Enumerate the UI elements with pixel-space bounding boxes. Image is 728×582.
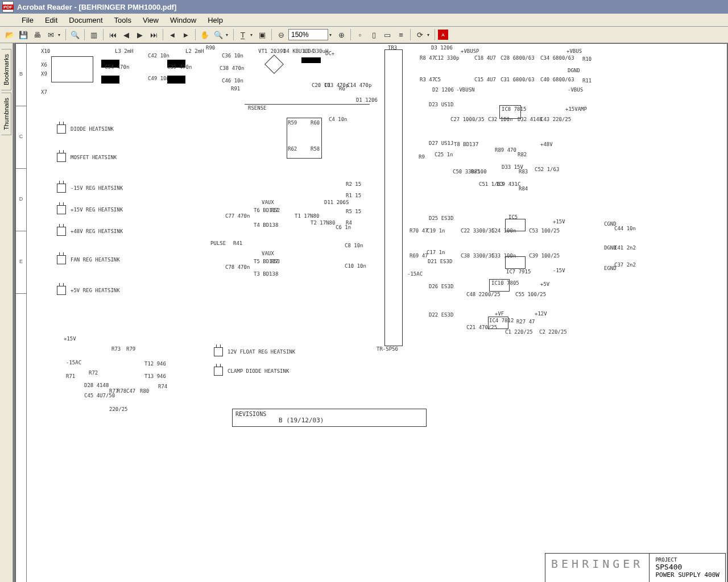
find-icon[interactable]: 🔍 [69,28,81,41]
show-nav-icon[interactable]: ▥ [88,28,100,41]
lbl-r91: R91 [231,86,240,92]
lbl-d2: D2 1206 [432,87,454,93]
lbl-r2: R2 15 [346,181,361,187]
zoom-tool-icon[interactable]: 🔍 [212,28,225,41]
mail-icon[interactable]: ✉ [44,28,57,41]
heatsink-fan: FAN REG HEATSINK [57,255,120,264]
brand-logo: BEHRINGER [545,554,649,582]
lbl-vbusn: -VBUSN [456,87,475,93]
lbl-r62: R62 [288,146,297,152]
text-select-icon[interactable]: T̲ [237,28,249,41]
lbl-vaux2: VAUX [262,251,274,256]
ruler-tick: D [16,169,26,231]
title-block: BEHRINGER PROJECT SPS400 POWER SUPPLY 40… [545,553,726,582]
tab-thumbnails[interactable]: Thumbnails [1,93,11,135]
toolbar: 📂 💾 🖶 ✉ ▾ 🔍 ▥ ⏮ ◀ ▶ ⏭ ◄ ► ✋ 🔍 ▾ T̲ ▾ ▣ ⊖… [0,27,728,43]
separator [410,29,411,40]
rotate-icon[interactable]: ⟳ [413,28,426,41]
lbl-c31: C31 6800/63 [500,77,535,82]
zoom-out-icon[interactable]: ⊖ [275,28,287,41]
menu-tools[interactable]: Tools [109,15,137,26]
lbl-m15ac: -15AC [407,271,423,277]
menu-document[interactable]: Document [63,15,108,26]
heatsink-clampdiode: CLAMP DIODE HEATSINK [214,367,289,376]
lbl-t4: T4 BD138 [254,222,278,228]
separator [84,29,85,40]
ruler-tick: E [16,231,26,294]
tab-bookmarks[interactable]: Bookmarks [1,49,11,90]
snapshot-icon[interactable]: ▣ [256,28,268,41]
menu-window[interactable]: Window [164,15,202,26]
menu-file[interactable]: File [16,15,39,26]
hand-tool-icon[interactable]: ✋ [198,28,211,41]
lbl-d21: D21 ES3D [428,259,452,264]
dd-1-icon[interactable]: ▾ [58,32,63,38]
lbl-r73: R73 [111,346,121,352]
lbl-v15n: -15V [553,268,565,273]
lbl-d1: D1 1206 [356,97,378,103]
back-icon[interactable]: ◄ [166,28,179,41]
lbl-r70: R70 47 [410,228,428,234]
last-page-icon[interactable]: ⏭ [147,28,160,41]
menu-help[interactable]: Help [202,15,229,26]
menu-view[interactable]: View [137,15,164,26]
side-tabs: Bookmarks Thumbnails [0,43,13,582]
separator [103,29,104,40]
lbl-pulse: PULSE [210,240,226,246]
actual-size-icon[interactable]: ▫ [354,28,366,41]
print-icon[interactable]: 🖶 [31,28,43,41]
next-page-icon[interactable]: ▶ [134,28,146,41]
dd-3-icon[interactable]: ▾ [250,32,255,38]
lbl-l1: L1 330uH [304,48,328,54]
fit-page-icon[interactable]: ▯ [367,28,380,41]
heatsink-m15: -15V REG HEATSINK [57,184,123,193]
lbl-r5: R5 15 [346,209,361,214]
ruler-tick: B [16,44,26,106]
lbl-r71: R71 [66,373,75,379]
reflow-icon[interactable]: ≡ [395,28,407,41]
dd-4-icon[interactable]: ▾ [427,32,432,38]
title-bar: PDF Acrobat Reader - [BEHRINGER PMH1000.… [0,0,728,14]
lbl-d25: D25 ES3D [429,215,453,221]
lbl-r60: R60 [311,120,320,126]
separator [195,29,196,40]
lbl-rsense: RSENSE [248,105,267,111]
forward-icon[interactable]: ► [180,28,192,41]
document-viewport[interactable]: B C D E X10 X6 X9 X7 L3 2mH C42 10n L2 2… [13,43,728,582]
lbl-t13: T13 946 [144,373,166,379]
dd-2-icon[interactable]: ▾ [226,32,230,38]
zoom-in-icon[interactable]: ⊕ [335,28,348,41]
lbl-t12: T12 946 [144,361,166,367]
lbl-d28: D28 4148 [84,383,109,388]
fit-width-icon[interactable]: ▭ [381,28,394,41]
lbl-c52: C52 1/63 [535,167,559,172]
lbl-c14: C14 470p [347,82,371,88]
lbl-c32: C32 100n [488,117,512,122]
lbl-d26: D26 ES3D [429,284,453,289]
lbl-ic10: IC10 7805 [491,280,519,286]
lbl-c25: C25 1n [435,152,453,157]
lbl-p15v: +15V [64,336,76,342]
lbl-r3: R3 47 [420,77,435,82]
adobe-logo-icon[interactable]: A [438,30,448,40]
dd-zoom-icon[interactable]: ▾ [329,32,334,38]
lbl-ic9: IC9 431C [496,181,520,187]
open-icon[interactable]: 📂 [3,28,16,41]
zoom-field[interactable]: 150% [288,29,328,40]
lbl-d23: D23 US1D [429,102,453,107]
lbl-l3: L3 2mH [115,48,134,54]
lbl-r59: R59 [288,120,297,126]
lbl-v12: +12V [535,311,547,317]
separator [350,29,351,40]
heatsink-mosfet: MOSFET HEATSINK [57,153,117,162]
first-page-icon[interactable]: ⏮ [106,28,119,41]
lbl-dcp: DC+ [325,51,334,56]
menu-edit[interactable]: Edit [39,15,63,26]
save-icon[interactable]: 💾 [17,28,30,41]
lbl-c19: C19 1n [427,228,445,234]
lbl-c35: C35 470n [167,64,192,70]
prev-page-icon[interactable]: ◀ [120,28,133,41]
lbl-c50: C50 330/100 [453,169,487,174]
lbl-d22: D22 ES3D [429,312,453,318]
separator [163,29,163,40]
